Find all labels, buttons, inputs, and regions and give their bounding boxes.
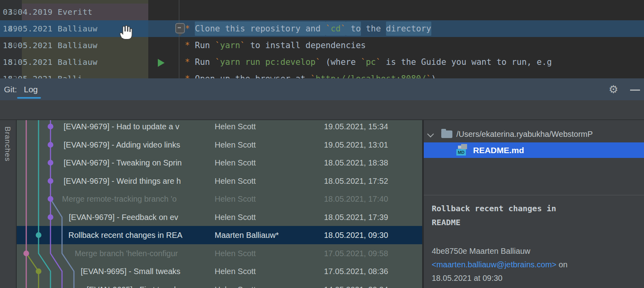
code-text: to install dependencies (245, 41, 366, 50)
commit-message: [EVAN-9679] - Feedback on ev (69, 208, 213, 226)
blame-annotation[interactable]: 18.05.2021 Balliauw (3, 54, 97, 70)
commit-hash-author: 4be8750e Maarten Balliauw (432, 244, 568, 258)
commit-message: [EVAN-9679] - Adding video links (64, 136, 213, 154)
inline-code: `yarn run pc:develop` (215, 57, 321, 67)
code-text: Run (195, 57, 215, 67)
details-separator (424, 195, 644, 195)
inline-code: `cd` (326, 21, 346, 36)
commit-row[interactable]: Rollback recent changes in REAMaarten Ba… (17, 226, 422, 244)
chevron-down-icon[interactable] (427, 131, 434, 138)
commit-row[interactable]: [EVAN-9679] - Weird things are hHelen Sc… (17, 172, 422, 190)
tab-log[interactable]: Log (24, 78, 38, 99)
changed-file-row[interactable]: MD README.md (424, 142, 644, 158)
commit-list[interactable]: [EVAN-9679] - Had to update a vHelen Sco… (17, 120, 422, 288)
code-text: Open up the browser at (195, 74, 310, 78)
blame-annotation[interactable]: 18.05.2021 Balli (3, 70, 83, 78)
root-path-label: /Users/ekaterina.ryabukha/WebstormP (456, 126, 593, 142)
commit-date: 18.05.2021, 18:38 (324, 154, 419, 172)
code-text: (where (320, 57, 361, 67)
code-span: http://localhost:8080/ (316, 74, 426, 78)
commit-date-line: 18.05.2021 at 09:30 (432, 271, 568, 285)
commit-row[interactable]: [EVAN-9695] - First tweaksHelen Scott14.… (17, 280, 422, 288)
commit-date: 18.05.2021, 09:30 (324, 226, 419, 244)
commit-row[interactable]: Merge remote-tracking branch 'oHelen Sco… (17, 190, 422, 208)
blame-annotation[interactable]: 03.04.2019 Everitt (3, 4, 93, 20)
commit-author: Maarten Balliauw* (215, 226, 322, 244)
commit-message: Rollback recent changes in REA (68, 226, 213, 244)
run-gutter-icon[interactable] (158, 59, 165, 67)
commit-date: 14.05.2021, 20:04 (324, 280, 419, 288)
commit-row[interactable]: [EVAN-9679] - Tweaking on SprinHelen Sco… (17, 154, 422, 172)
code-line[interactable]: * Run `yarn run pc:develop` (where `pc` … (185, 54, 552, 70)
editor-pane: 4849505152 03.04.2019 Everitt18.05.2021 … (0, 0, 644, 78)
commit-row[interactable]: Merge branch 'helen-configurHelen Scott1… (17, 244, 422, 263)
code-text: is the Guide you want to run, e.g (381, 57, 552, 67)
commit-message-title: Rollback recent changes in README (432, 202, 556, 230)
code-line[interactable]: * Open up the browser at `http://localho… (185, 70, 436, 78)
file-name-label: README.md (473, 142, 524, 158)
commit-row[interactable]: [EVAN-9695] - Small tweaksHelen Scott17.… (17, 262, 422, 280)
highlighted-text: directory (386, 21, 431, 36)
commit-date: 19.05.2021, 15:34 (324, 120, 419, 136)
commit-message: Merge remote-tracking branch 'o (62, 190, 213, 208)
commit-author: Helen Scott (215, 154, 322, 172)
commit-date: 17.05.2021, 08:36 (324, 262, 419, 280)
list-bullet: * (185, 74, 195, 78)
commit-author: Helen Scott (215, 244, 322, 263)
backtick: ` (316, 57, 321, 67)
changed-files-root-row[interactable]: /Users/ekaterina.ryabukha/WebstormP (424, 126, 644, 142)
blame-annotation[interactable]: 18.05.2021 Balliauw (3, 37, 97, 54)
commit-date: 18.05.2021, 17:40 (324, 190, 419, 208)
ide-window: 4849505152 03.04.2019 Everitt18.05.2021 … (0, 0, 644, 288)
code-line[interactable]: * Clone this repository and `cd` to the … (185, 20, 431, 37)
commit-author: Helen Scott (215, 208, 322, 226)
commit-author: Helen Scott (215, 190, 322, 208)
commit-message: [EVAN-9695] - First tweaks (87, 280, 213, 288)
inline-code: `pc` (361, 57, 381, 67)
backtick: ` (240, 41, 245, 50)
code-span: yarn (220, 41, 241, 50)
list-bullet: * (185, 24, 195, 33)
commit-author: Helen Scott (215, 262, 322, 280)
backtick: ` (361, 57, 366, 67)
author-email-link[interactable]: <maarten.balliauw@jetbrains.com> (432, 260, 557, 269)
branches-collapsed-panel[interactable]: Branches (0, 120, 17, 288)
code-line[interactable]: * Run `yarn` to install dependencies (185, 37, 366, 54)
commit-date: 19.05.2021, 13:01 (324, 136, 419, 154)
commit-author: Helen Scott (215, 172, 322, 190)
commit-message: Merge branch 'helen-configur (75, 244, 213, 263)
commit-author: Helen Scott (215, 280, 322, 288)
commit-date: 18.05.2021, 17:52 (324, 172, 419, 190)
gutter-marker-icon[interactable] (175, 23, 185, 33)
commit-message: [EVAN-9679] - Weird things are h (64, 172, 213, 190)
code-span: pc (366, 57, 376, 67)
list-bullet: * (185, 57, 195, 67)
minimize-icon[interactable] (630, 90, 640, 91)
commit-message: [EVAN-9679] - Tweaking on Sprin (64, 154, 213, 172)
branches-label[interactable]: Branches (3, 126, 12, 162)
code-span: cd (331, 24, 341, 33)
commit-details-panel: /Users/ekaterina.ryabukha/WebstormP MD R… (424, 120, 644, 288)
folder-icon (441, 130, 452, 138)
tool-window-settings-gear-icon[interactable]: ⚙ (609, 84, 618, 95)
inline-code: `http://localhost:8080/` (310, 74, 431, 78)
backtick: ` (215, 41, 220, 50)
tool-window-header: Git: Log (0, 78, 644, 100)
gutter-separator (179, 0, 179, 78)
commit-author: Helen Scott (215, 136, 322, 154)
commit-row[interactable]: [EVAN-9679] - Had to update a vHelen Sco… (17, 120, 422, 136)
code-text: ) (431, 74, 436, 78)
backtick: ` (310, 74, 316, 78)
commit-date: 17.05.2021, 09:58 (324, 244, 419, 263)
commit-message: [EVAN-9679] - Had to update a v (64, 120, 213, 136)
blame-annotation[interactable]: 18.05.2021 Balliauw (3, 20, 97, 37)
commit-row[interactable]: [EVAN-9679] - Feedback on evHelen Scott1… (17, 208, 422, 226)
tool-window-title: Git: (4, 78, 17, 100)
code-text: Run (195, 41, 215, 50)
commit-row[interactable]: [EVAN-9679] - Adding video linksHelen Sc… (17, 136, 422, 154)
highlighted-text: Clone this repository and (195, 21, 326, 36)
backtick: ` (376, 57, 381, 67)
log-toolbar: > ⚙ Branch: AllUser: AllDate: AllPaths: … (0, 100, 644, 120)
backtick: ` (341, 24, 346, 33)
commit-message: [EVAN-9695] - Small tweaks (81, 262, 213, 280)
